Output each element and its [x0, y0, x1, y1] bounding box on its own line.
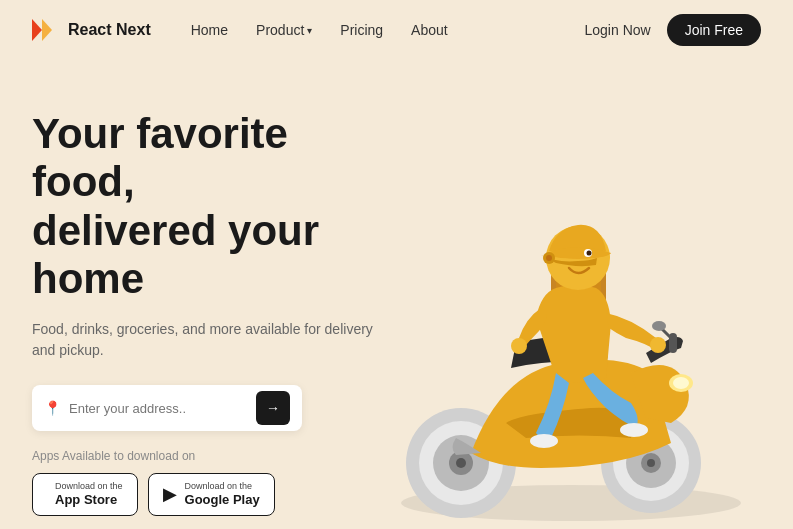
- hero-subtitle: Food, drinks, groceries, and more availa…: [32, 319, 392, 361]
- login-button[interactable]: Login Now: [584, 22, 650, 38]
- app-store-button[interactable]: Download on the App Store: [32, 473, 138, 515]
- svg-point-24: [620, 423, 648, 437]
- search-button[interactable]: →: [256, 391, 290, 425]
- svg-point-28: [587, 251, 592, 256]
- hero-content: Your favorite food, delivered your home …: [32, 80, 392, 529]
- svg-point-7: [456, 458, 466, 468]
- scooter-svg: [341, 73, 781, 529]
- app-store-big-text: App Store: [55, 492, 117, 508]
- svg-point-22: [511, 338, 527, 354]
- svg-point-15: [673, 377, 689, 389]
- join-button[interactable]: Join Free: [667, 14, 761, 46]
- play-icon: ▶: [163, 485, 177, 503]
- nav-links: Home Product ▾ Pricing About: [191, 22, 585, 38]
- nav-actions: Login Now Join Free: [584, 14, 761, 46]
- nav-home[interactable]: Home: [191, 22, 228, 38]
- nav-about[interactable]: About: [411, 22, 448, 38]
- hero-title: Your favorite food, delivered your home: [32, 110, 392, 303]
- logo[interactable]: React Next: [32, 19, 151, 41]
- google-play-small-text: Download on the: [185, 481, 253, 492]
- apps-label: Apps Available to download on: [32, 449, 392, 463]
- logo-text: React Next: [68, 21, 151, 39]
- hero-section: Your favorite food, delivered your home …: [0, 60, 793, 529]
- delivery-illustration: [361, 73, 781, 529]
- google-play-big-text: Google Play: [185, 492, 260, 508]
- google-play-button[interactable]: ▶ Download on the Google Play: [148, 473, 275, 515]
- hero-illustration: [392, 80, 761, 529]
- svg-point-23: [530, 434, 558, 448]
- nav-pricing[interactable]: Pricing: [340, 22, 383, 38]
- navbar: React Next Home Product ▾ Pricing About …: [0, 0, 793, 60]
- search-bar: 📍 →: [32, 385, 302, 431]
- svg-point-21: [650, 337, 666, 353]
- location-icon: 📍: [44, 400, 61, 416]
- arrow-right-icon: →: [266, 400, 280, 416]
- address-input[interactable]: [69, 401, 256, 416]
- svg-marker-1: [42, 19, 52, 41]
- app-store-small-text: Download on the: [55, 481, 123, 492]
- chevron-down-icon: ▾: [307, 25, 312, 36]
- nav-product[interactable]: Product ▾: [256, 22, 312, 38]
- svg-point-17: [652, 321, 666, 331]
- svg-point-30: [546, 255, 552, 261]
- svg-point-12: [647, 459, 655, 467]
- app-buttons: Download on the App Store ▶ Download on …: [32, 473, 392, 515]
- svg-marker-0: [32, 19, 42, 41]
- logo-icon: [32, 19, 60, 41]
